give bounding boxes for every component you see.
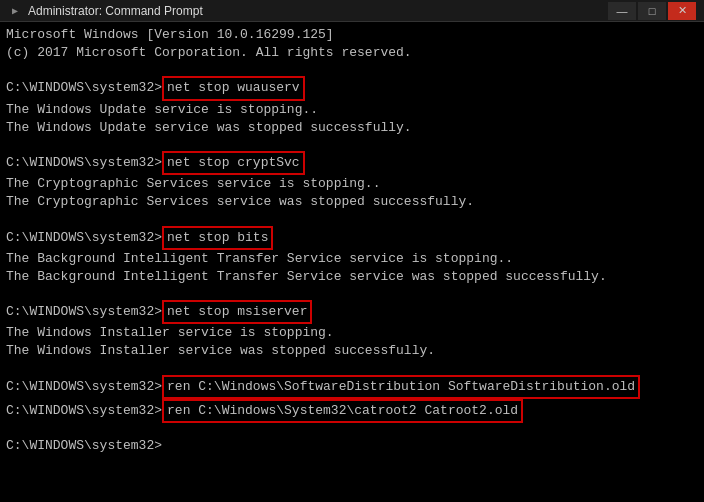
output-line: The Windows Installer service is stoppin… — [6, 324, 698, 342]
title-bar-buttons: — □ ✕ — [608, 2, 696, 20]
output-line: Microsoft Windows [Version 10.0.16299.12… — [6, 26, 698, 44]
output-line: The Background Intelligent Transfer Serv… — [6, 250, 698, 268]
output-line: (c) 2017 Microsoft Corporation. All righ… — [6, 44, 698, 62]
cursor-line: C:\WINDOWS\system32> — [6, 437, 698, 455]
prompt-text: C:\WINDOWS\system32> — [6, 229, 162, 247]
prompt-text: C:\WINDOWS\system32> — [6, 79, 162, 97]
close-button[interactable]: ✕ — [668, 2, 696, 20]
output-line: The Windows Installer service was stoppe… — [6, 342, 698, 360]
output-line: The Cryptographic Services service was s… — [6, 193, 698, 211]
command-text: ren C:\Windows\System32\catroot2 Catroot… — [162, 399, 523, 423]
command-text: net stop bits — [162, 226, 273, 250]
output-line: The Cryptographic Services service is st… — [6, 175, 698, 193]
command-line: C:\WINDOWS\system32>net stop wuauserv — [6, 76, 698, 100]
empty-line — [6, 286, 698, 300]
title-bar-icon: ▶ — [8, 4, 22, 18]
command-text: net stop cryptSvc — [162, 151, 305, 175]
title-bar: ▶ Administrator: Command Prompt — □ ✕ — [0, 0, 704, 22]
prompt-text: C:\WINDOWS\system32> — [6, 437, 162, 455]
command-text: ren C:\Windows\SoftwareDistribution Soft… — [162, 375, 640, 399]
empty-line — [6, 361, 698, 375]
command-line: C:\WINDOWS\system32>net stop bits — [6, 226, 698, 250]
title-bar-text: Administrator: Command Prompt — [28, 4, 602, 18]
command-line: C:\WINDOWS\system32>ren C:\Windows\Syste… — [6, 399, 698, 423]
output-line: The Background Intelligent Transfer Serv… — [6, 268, 698, 286]
empty-line — [6, 62, 698, 76]
command-text: net stop wuauserv — [162, 76, 305, 100]
output-line: The Windows Update service was stopped s… — [6, 119, 698, 137]
empty-line — [6, 137, 698, 151]
prompt-text: C:\WINDOWS\system32> — [6, 402, 162, 420]
minimize-button[interactable]: — — [608, 2, 636, 20]
prompt-text: C:\WINDOWS\system32> — [6, 378, 162, 396]
command-line: C:\WINDOWS\system32>ren C:\Windows\Softw… — [6, 375, 698, 399]
output-line: The Windows Update service is stopping.. — [6, 101, 698, 119]
command-line: C:\WINDOWS\system32>net stop cryptSvc — [6, 151, 698, 175]
command-text: net stop msiserver — [162, 300, 312, 324]
command-line: C:\WINDOWS\system32>net stop msiserver — [6, 300, 698, 324]
empty-line — [6, 423, 698, 437]
prompt-text: C:\WINDOWS\system32> — [6, 303, 162, 321]
prompt-text: C:\WINDOWS\system32> — [6, 154, 162, 172]
maximize-button[interactable]: □ — [638, 2, 666, 20]
terminal[interactable]: Microsoft Windows [Version 10.0.16299.12… — [0, 22, 704, 502]
empty-line — [6, 212, 698, 226]
